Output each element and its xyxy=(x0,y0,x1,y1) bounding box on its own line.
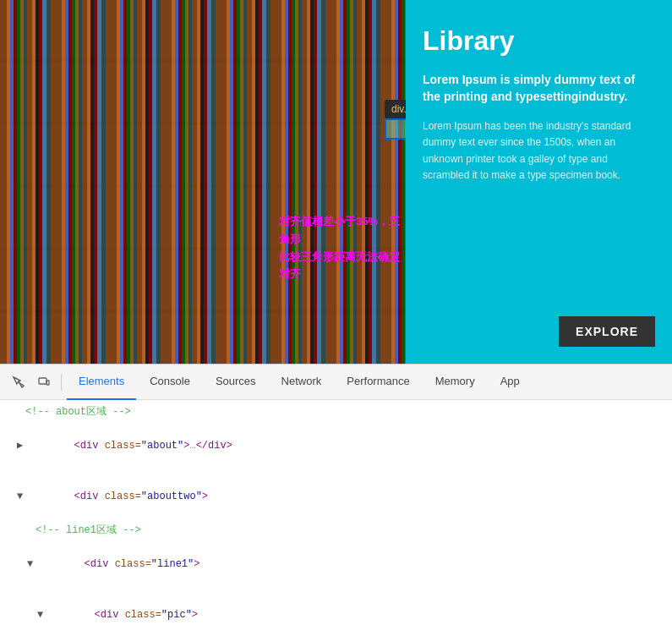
chinese-line1: 对齐值相差小于35%，三角形 xyxy=(279,213,406,249)
comment-line1: <!-- line1区域 --> xyxy=(36,522,141,539)
comment-about: <!-- about区域 --> xyxy=(25,403,131,420)
devtools-toolbar: Elements Console Sources Network Perform… xyxy=(0,365,672,400)
tab-memory[interactable]: Memory xyxy=(423,365,487,400)
content-panel: Library Lorem Ipsum is simply dummy text… xyxy=(406,0,672,364)
dom-line: ▶ <div class="about">…</div> xyxy=(7,420,665,471)
abouttwo-div[interactable]: <div class="abouttwo"> xyxy=(25,471,208,522)
devtools-section: Elements Console Sources Network Perform… xyxy=(0,364,672,625)
toolbar-separator xyxy=(61,374,62,391)
dom-line: ▼ <div class="line1"> xyxy=(7,539,665,589)
inspect-icon-btn[interactable] xyxy=(7,370,30,394)
dom-line: ▼ <div class="abouttwo"> xyxy=(7,471,665,522)
content-title: Library xyxy=(423,25,655,57)
triangle-placeholder xyxy=(17,403,25,420)
tab-app[interactable]: App xyxy=(489,365,532,400)
tooltip-class: div.sj xyxy=(391,103,406,115)
triangle-pic[interactable]: ▼ xyxy=(37,606,46,623)
tooltip-overlay: div.sj::before 25 × 30 xyxy=(385,100,406,118)
dom-line: <!-- about区域 --> xyxy=(7,403,665,420)
svg-rect-1 xyxy=(46,381,49,385)
tooltip-box: div.sj::before 25 × 30 xyxy=(385,100,406,118)
tab-performance[interactable]: Performance xyxy=(335,365,421,400)
chinese-line2: 比较三角形距离无法确定对齐 xyxy=(279,249,406,284)
preview-section: 对齐值相差小于35%，三角形 比较三角形距离无法确定对齐 div.sj::bef… xyxy=(0,0,672,364)
tab-console[interactable]: Console xyxy=(138,365,202,400)
tab-elements[interactable]: Elements xyxy=(67,365,136,400)
dom-line: ▼ <div class="pic"> xyxy=(7,589,665,625)
pic-div[interactable]: <div class="pic"> xyxy=(46,589,198,625)
content-body: Lorem Ipsum has been the industry's stan… xyxy=(423,118,655,184)
library-image: 对齐值相差小于35%，三角形 比较三角形距离无法确定对齐 div.sj::bef… xyxy=(0,0,406,364)
triangle-placeholder2 xyxy=(27,522,36,539)
about-div[interactable]: <div class="about">…</div> xyxy=(25,420,232,471)
content-subtitle: Lorem Ipsum is simply dummy text of the … xyxy=(423,72,655,105)
line1-div[interactable]: <div class="line1"> xyxy=(36,539,199,589)
triangle-about[interactable]: ▶ xyxy=(17,437,25,454)
triangle-abouttwo[interactable]: ▼ xyxy=(17,488,25,505)
tab-network[interactable]: Network xyxy=(270,365,334,400)
devtools-content[interactable]: <!-- about区域 --> ▶ <div class="about">…<… xyxy=(0,400,672,625)
tab-sources[interactable]: Sources xyxy=(204,365,268,400)
chinese-overlay: 对齐值相差小于35%，三角形 比较三角形距离无法确定对齐 xyxy=(279,213,406,283)
svg-rect-0 xyxy=(39,378,46,384)
device-toggle-btn[interactable] xyxy=(32,370,56,394)
bookshelf-bg xyxy=(0,0,406,364)
element-highlight xyxy=(385,118,406,140)
dom-line: <!-- line1区域 --> xyxy=(7,522,665,539)
explore-button[interactable]: EXPLORE xyxy=(559,316,655,347)
triangle-line1[interactable]: ▼ xyxy=(27,556,36,573)
